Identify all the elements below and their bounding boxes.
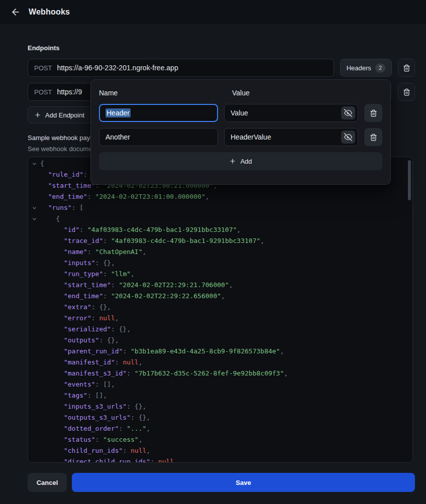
endpoint-row: POST https://a-96-90-232-201.ngrok-free.… [28,59,415,77]
code-line: "dotted_order": "...", [28,423,412,434]
code-line: "start_time": "2024-02-02T22:29:21.70600… [28,280,412,291]
code-gutter [28,357,40,368]
code-text: "serialized": {}, [40,324,131,335]
code-text: "inputs": {}, [40,258,115,269]
name-column-label: Name [99,89,232,97]
code-gutter [28,412,40,423]
code-text: "dotted_order": "...", [40,423,150,434]
header-value-text: Value [231,109,248,117]
code-gutter [28,169,40,180]
code-line: "tags": [], [28,390,412,401]
code-text: "tags": [], [40,390,107,401]
delete-endpoint-button[interactable] [398,59,415,77]
header-name-selected-text: Header [105,108,131,117]
code-gutter [28,191,40,202]
code-text: "end_time": "2024-02-02T23:01:00.000000"… [40,191,209,202]
code-text: "manifest_id": null, [40,357,143,368]
code-line: "outputs": {}, [28,335,412,346]
popover-column-labels: Name Value [99,88,382,98]
code-gutter [28,269,40,280]
code-line: "name": "ChatOpenAI", [28,246,412,258]
endpoint-url-value: https://a-96-90-232-201.ngrok-free.app [57,64,178,72]
code-gutter [28,401,40,412]
code-line: "end_time": "2024-02-02T23:01:00.000000"… [28,191,412,202]
sample-payload-editor[interactable]: { "rule_id": "...", "start_time": "2024-… [28,157,413,463]
code-text: "inputs_s3_urls": {}, [40,401,146,412]
header-value-input[interactable]: HeaderValue [224,128,358,146]
eye-off-icon [344,133,352,141]
toggle-value-visibility-button[interactable] [341,131,355,144]
save-button[interactable]: Save [72,473,415,492]
plus-icon [229,158,236,165]
trash-icon [403,88,410,96]
code-gutter [28,246,40,258]
fold-chevron-icon[interactable] [28,202,40,213]
headers-count-badge: 2 [375,63,385,73]
add-header-button[interactable]: Add [99,152,382,170]
header-name-input[interactable]: Header [99,104,218,122]
code-gutter [28,445,40,456]
code-gutter [28,379,40,390]
code-gutter [28,280,40,291]
cancel-button[interactable]: Cancel [28,473,67,492]
delete-header-button[interactable] [364,128,382,146]
fold-chevron-icon[interactable] [28,213,40,224]
code-gutter [28,291,40,302]
code-line: { [28,213,412,224]
code-line: "status": "success", [28,434,412,445]
code-line: "child_run_ids": null, [28,445,412,456]
code-gutter [28,368,40,379]
code-line: "outputs_s3_urls": {}, [28,412,412,423]
code-gutter [28,313,40,324]
code-line: "runs": [ [28,202,412,213]
code-text: "runs": [ [40,202,83,213]
page-title: Webhooks [29,8,70,17]
endpoint-url-input[interactable]: POST https://a-96-90-232-201.ngrok-free.… [28,59,334,77]
endpoint-url-value: https://9 [57,88,82,96]
code-line: "manifest_s3_id": "7b17b632-d35c-5262-8f… [28,368,412,379]
header-row: Another HeaderValue [99,128,382,146]
add-header-label: Add [240,158,252,165]
code-line: "id": "4af03983-c4dc-479b-bac1-9291bbc33… [28,224,412,235]
toggle-value-visibility-button[interactable] [341,106,355,119]
code-line: "events": [], [28,379,412,390]
plus-icon [34,111,41,118]
code-line: "inputs_s3_urls": {}, [28,401,412,412]
code-gutter [28,302,40,313]
eye-off-icon [344,109,352,117]
code-gutter [28,258,40,269]
code-text: "status": "success", [40,434,143,445]
arrow-left-icon [11,7,21,17]
code-text: "run_type": "llm", [40,269,135,280]
add-endpoint-label: Add Endpoint [45,111,84,119]
scrollbar-thumb[interactable] [408,160,411,200]
code-gutter [28,423,40,434]
value-column-label: Value [232,89,250,97]
header-name-input[interactable]: Another [99,128,218,146]
code-text: { [40,213,60,224]
header: Webhooks [0,0,426,24]
fold-chevron-icon[interactable] [28,158,40,169]
headers-button-label: Headers [347,64,371,72]
code-gutter [28,180,40,191]
delete-endpoint-button[interactable] [398,83,415,101]
code-line: "direct_child_run_ids": null, [28,456,412,463]
code-text: "outputs_s3_urls": {}, [40,412,150,423]
code-gutter [28,224,40,235]
code-gutter [28,456,40,463]
header-name-text: Another [105,133,130,141]
headers-popover: Name Value Header Value Another HeaderV [90,79,391,185]
header-value-input[interactable]: Value [224,104,358,122]
code-line: "trace_id": "4af03983-c4dc-479b-bac1-929… [28,235,412,246]
headers-button[interactable]: Headers 2 [340,59,392,77]
back-button[interactable] [9,6,22,19]
delete-header-button[interactable] [364,104,382,122]
code-line: "error": null, [28,313,412,324]
header-row: Header Value [99,104,382,122]
code-line: "extra": {}, [28,302,412,313]
webhooks-page: Webhooks Endpoints POST https://a-96-90-… [0,0,426,504]
http-method-label: POST [34,88,52,96]
code-line: "manifest_id": null, [28,357,412,368]
code-gutter [28,434,40,445]
code-line: "inputs": {}, [28,258,412,269]
